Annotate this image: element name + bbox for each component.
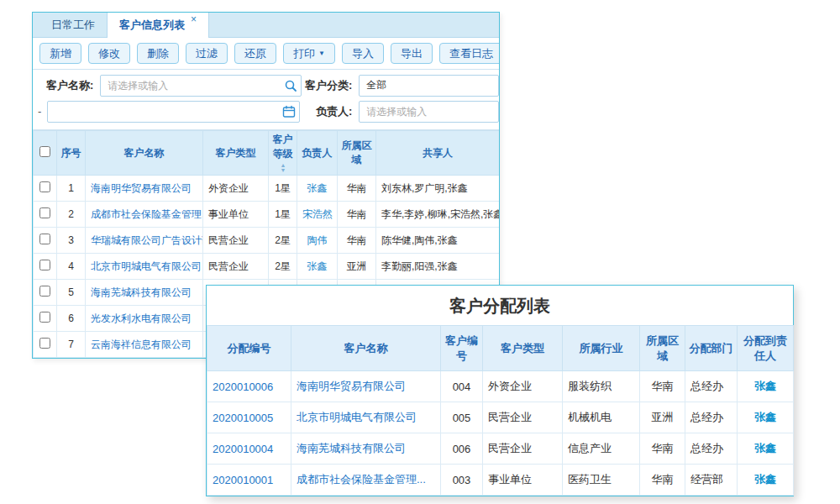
row-checkbox[interactable] (39, 181, 50, 192)
customer-type: 事业单位 (483, 465, 563, 496)
assignee-link[interactable]: 张鑫 (754, 473, 776, 486)
col-header-alloc-no: 分配编号 (207, 326, 291, 371)
col-header-industry: 所属行业 (563, 326, 640, 371)
print-button[interactable]: 打印 ▼ (283, 43, 335, 64)
customer-type: 民营企业 (483, 433, 563, 465)
tab-daily-work-label: 日常工作 (51, 18, 95, 33)
shared-users: 刘东林,罗广明,张鑫 (376, 176, 500, 202)
customer-level: 2星 (269, 228, 297, 254)
toolbar: 新增 修改 删除 过滤 还原 打印 ▼ 导入 导出 查看日志 (33, 38, 499, 70)
alloc-no-link[interactable]: 2020010005 (213, 412, 273, 424)
row-checkbox[interactable] (39, 260, 50, 270)
region: 亚洲 (338, 254, 376, 280)
tab-daily-work[interactable]: 日常工作 (39, 13, 107, 37)
tab-customer-info-list[interactable]: 客户信息列表 × (107, 13, 209, 38)
table-row: 2020010005 北京市明城电气有限公司 005 民营企业 机械机电 亚洲 … (207, 402, 794, 433)
col-header-assignee: 分配到责任人 (738, 326, 794, 371)
col-header-customer-level[interactable]: 客户等级▲▼ (269, 131, 297, 176)
calendar-icon[interactable] (282, 105, 296, 118)
restore-button[interactable]: 还原 (234, 43, 276, 64)
import-button[interactable]: 导入 (342, 43, 384, 64)
add-button[interactable]: 新增 (39, 43, 81, 64)
region: 华南 (640, 371, 685, 402)
col-header-shared: 共享人 (376, 131, 500, 176)
search-icon[interactable] (284, 79, 297, 92)
chevron-down-icon: ▼ (318, 50, 325, 57)
edit-button[interactable]: 修改 (88, 43, 130, 64)
row-number: 6 (57, 306, 86, 332)
row-number: 4 (57, 254, 86, 280)
delete-button[interactable]: 删除 (137, 43, 179, 64)
filter-row-1: 客户名称: 客户分类: (33, 72, 499, 98)
col-header-dept: 分配部门 (685, 326, 738, 371)
assignee-link[interactable]: 张鑫 (754, 442, 776, 454)
owner-link[interactable]: 张鑫 (307, 260, 328, 272)
row-number: 2 (57, 202, 86, 228)
customer-name-input[interactable] (100, 75, 302, 97)
customer-name-link[interactable]: 海南明华贸易有限公司 (91, 182, 192, 194)
shared-users: 李勤丽,阳强,张鑫 (376, 254, 500, 280)
col-header-region: 所属区域 (338, 131, 376, 176)
customer-no: 006 (441, 433, 483, 465)
customer-level: 1星 (269, 202, 297, 228)
shared-users: 陈华健,陶伟,张鑫 (376, 228, 500, 254)
owner-input-wrap (359, 101, 499, 123)
industry: 医药卫生 (563, 465, 640, 496)
date-input[interactable] (47, 101, 300, 123)
industry: 机械机电 (563, 402, 640, 433)
customer-name-link[interactable]: 成都市社会保险基金管理... (297, 473, 426, 486)
customer-level: 1星 (269, 176, 297, 202)
customer-name-link[interactable]: 北京市明城电气有限公司 (297, 411, 417, 423)
owner-link[interactable]: 陶伟 (307, 234, 328, 246)
select-all-checkbox[interactable] (39, 146, 50, 157)
table-header-row: 序号 客户名称 客户类型 客户等级▲▼ 负责人 所属区域 共享人 (34, 131, 500, 176)
filter-button[interactable]: 过滤 (186, 43, 228, 64)
row-checkbox[interactable] (39, 286, 50, 297)
row-checkbox[interactable] (39, 207, 50, 218)
close-icon[interactable]: × (191, 14, 197, 24)
table-row: 2020010001 成都市社会保险基金管理... 003 事业单位 医药卫生 … (207, 465, 794, 496)
customer-name-link[interactable]: 海南芜城科技有限公司 (91, 286, 192, 298)
customer-name-input-wrap (100, 75, 302, 97)
alloc-no-link[interactable]: 2020010006 (213, 381, 273, 393)
assignee-link[interactable]: 张鑫 (754, 411, 776, 423)
row-number: 5 (57, 280, 86, 306)
owner-link[interactable]: 张鑫 (307, 182, 328, 194)
customer-name-link[interactable]: 云南海祥信息有限公司 (91, 339, 192, 350)
allocation-table: 分配编号 客户名称 客户编号 客户类型 所属行业 所属区域 分配部门 分配到责任… (207, 325, 794, 496)
customer-level: 2星 (269, 254, 297, 280)
customer-no: 005 (441, 402, 483, 433)
row-checkbox[interactable] (39, 338, 50, 349)
date-input-wrap (47, 101, 300, 123)
sort-icon[interactable]: ▲▼ (281, 163, 286, 173)
alloc-no-link[interactable]: 2020010004 (213, 443, 273, 455)
date-range-separator: - (38, 105, 41, 118)
filter-area: 客户名称: 客户分类: - (33, 70, 499, 130)
alloc-no-link[interactable]: 2020010001 (213, 474, 273, 486)
col-header-region: 所属区域 (640, 326, 685, 371)
row-checkbox[interactable] (39, 234, 50, 244)
customer-name-link[interactable]: 海南明华贸易有限公司 (297, 380, 406, 392)
table-row: 2020010006 海南明华贸易有限公司 004 外资企业 服装纺织 华南 总… (207, 371, 794, 402)
table-row: 4 北京市明城电气有限公司 民营企业 2星 张鑫 亚洲 李勤丽,阳强,张鑫 (34, 254, 500, 280)
assignee-link[interactable]: 张鑫 (754, 380, 776, 392)
view-log-button[interactable]: 查看日志 (439, 43, 500, 64)
customer-category-input[interactable] (359, 75, 499, 97)
dept: 经营部 (685, 465, 738, 496)
col-header-customer-name: 客户名称 (86, 131, 203, 176)
export-button[interactable]: 导出 (391, 43, 433, 64)
owner-link[interactable]: 宋浩然 (302, 208, 333, 220)
customer-name-link[interactable]: 海南芜城科技有限公司 (297, 442, 406, 454)
owner-input[interactable] (359, 101, 499, 123)
region: 华南 (338, 202, 376, 228)
customer-name-link[interactable]: 北京市明城电气有限公司 (91, 260, 202, 272)
table-row: 1 海南明华贸易有限公司 外资企业 1星 张鑫 华南 刘东林,罗广明,张鑫 (34, 176, 500, 202)
customer-name-link[interactable]: 光发水利水电有限公司 (91, 312, 192, 324)
row-checkbox[interactable] (39, 312, 50, 323)
table-row: 3 华瑞城有限公司广告设计部 民营企业 2星 陶伟 华南 陈华健,陶伟,张鑫 (34, 228, 500, 254)
owner-label: 负责人: (316, 104, 352, 119)
customer-name-link[interactable]: 成都市社会保险基金管理... (91, 208, 203, 220)
customer-type: 民营企业 (483, 402, 563, 433)
industry: 信息产业 (563, 433, 640, 465)
customer-name-link[interactable]: 华瑞城有限公司广告设计部 (91, 234, 203, 246)
